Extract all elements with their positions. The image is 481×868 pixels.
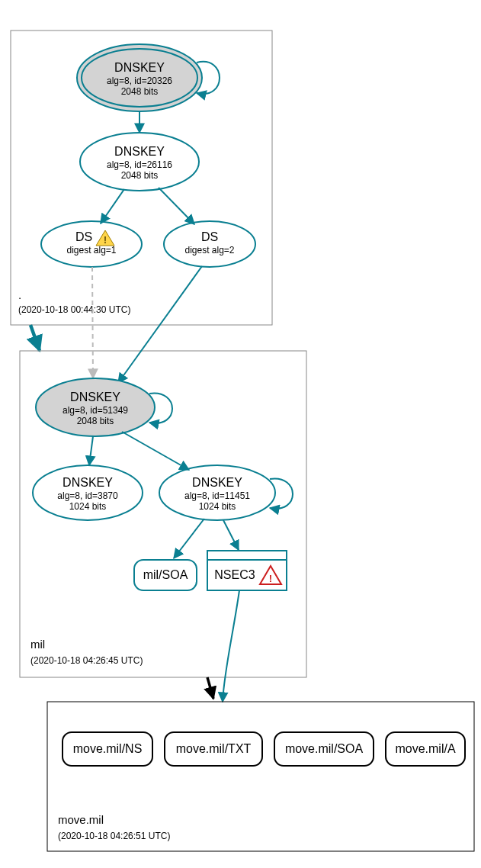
svg-text:alg=8, id=26116: alg=8, id=26116: [107, 159, 172, 170]
svg-text:!: !: [269, 573, 272, 584]
svg-text:digest alg=2: digest alg=2: [184, 245, 234, 256]
svg-text:DNSKEY: DNSKEY: [70, 391, 120, 403]
svg-point-9: [41, 221, 142, 267]
zone-mil-time: (2020-10-18 04:26:45 UTC): [30, 655, 143, 666]
svg-text:2048 bits: 2048 bits: [121, 86, 159, 97]
svg-text:alg=8, id=20326: alg=8, id=20326: [107, 76, 172, 86]
node-mil-zsk2: DNSKEY alg=8, id=11451 1024 bits: [159, 465, 275, 520]
node-move-ns: move.mil/NS: [63, 732, 152, 766]
svg-text:move.mil/A: move.mil/A: [395, 742, 455, 755]
edge-ds1-to-milksk: [92, 267, 93, 378]
svg-text:move.mil/SOA: move.mil/SOA: [285, 742, 364, 755]
node-move-a: move.mil/A: [386, 732, 465, 766]
svg-text:DS: DS: [201, 230, 218, 243]
edge-nsec3-to-move: [223, 590, 239, 702]
svg-text:DNSKEY: DNSKEY: [114, 145, 165, 158]
edge-zsk2-to-nsec3: [223, 520, 239, 550]
node-root-zsk: DNSKEY alg=8, id=26116 2048 bits: [80, 133, 199, 191]
svg-text:1024 bits: 1024 bits: [199, 501, 236, 512]
dnssec-graph: . (2020-10-18 00:44:30 UTC) DNSKEY alg=8…: [0, 0, 481, 868]
svg-text:move.mil/NS: move.mil/NS: [73, 742, 143, 755]
edge-zsk2-to-soa: [174, 519, 204, 558]
svg-text:alg=8, id=3870: alg=8, id=3870: [57, 490, 118, 501]
edge-zsk-to-ds1: [101, 189, 124, 223]
node-mil-soa: mil/SOA: [134, 560, 197, 590]
zone-move-box: [47, 702, 474, 851]
svg-text:!: !: [104, 235, 107, 246]
svg-text:DNSKEY: DNSKEY: [63, 476, 113, 489]
svg-text:2048 bits: 2048 bits: [77, 416, 114, 426]
svg-point-13: [164, 221, 255, 267]
svg-text:digest alg=1: digest alg=1: [66, 245, 116, 256]
svg-text:DNSKEY: DNSKEY: [114, 61, 165, 74]
svg-text:alg=8, id=11451: alg=8, id=11451: [184, 490, 250, 501]
node-root-ksk: DNSKEY alg=8, id=20326 2048 bits: [77, 44, 202, 111]
svg-text:mil/SOA: mil/SOA: [143, 568, 188, 581]
svg-text:1024 bits: 1024 bits: [69, 501, 107, 512]
zone-root-label: .: [18, 288, 21, 301]
node-ds-alg2: DS digest alg=2: [164, 221, 255, 267]
node-ds-alg1: DS digest alg=1 !: [41, 221, 142, 267]
svg-text:DNSKEY: DNSKEY: [192, 476, 242, 489]
node-nsec3: NSEC3 !: [207, 551, 287, 590]
svg-text:2048 bits: 2048 bits: [121, 170, 159, 181]
edge-zone-root-to-mil: [30, 325, 40, 351]
svg-text:move.mil/TXT: move.mil/TXT: [176, 742, 252, 755]
node-mil-ksk: DNSKEY alg=8, id=51349 2048 bits: [36, 378, 155, 436]
node-move-soa: move.mil/SOA: [274, 732, 374, 766]
edge-milksk-to-zsk2: [122, 432, 189, 470]
zone-root-time: (2020-10-18 00:44:30 UTC): [18, 304, 130, 315]
edge-zsk-to-ds2: [159, 188, 194, 224]
node-move-txt: move.mil/TXT: [165, 732, 262, 766]
zone-mil-label: mil: [30, 638, 45, 651]
svg-text:DS: DS: [75, 230, 92, 243]
edge-zone-mil-to-move: [207, 677, 213, 699]
zone-move-label: move.mil: [58, 813, 104, 826]
zone-move-time: (2020-10-18 04:26:51 UTC): [58, 831, 170, 841]
node-mil-zsk1: DNSKEY alg=8, id=3870 1024 bits: [33, 465, 143, 520]
edge-milksk-to-zsk1: [89, 436, 93, 465]
svg-text:NSEC3: NSEC3: [214, 568, 255, 581]
svg-text:alg=8, id=51349: alg=8, id=51349: [63, 405, 128, 416]
